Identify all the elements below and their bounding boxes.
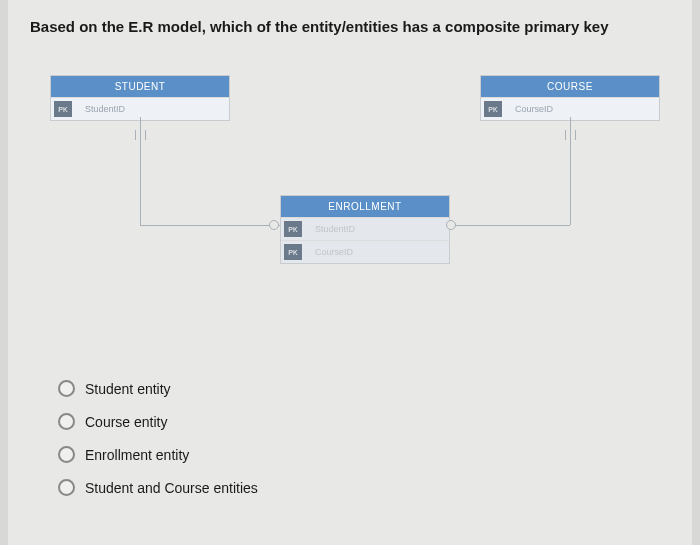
radio-icon (58, 479, 75, 496)
attr-name: StudentID (305, 224, 355, 234)
radio-icon (58, 380, 75, 397)
connector-line (570, 117, 571, 225)
connector-endpoint-icon (446, 220, 456, 230)
attr-name: StudentID (75, 104, 125, 114)
pk-badge: PK (54, 101, 72, 117)
entity-enrollment-row2: PK CourseID (281, 240, 449, 263)
answer-options: Student entity Course entity Enrollment … (58, 380, 258, 512)
entity-enrollment-header: ENROLLMENT (281, 196, 449, 217)
radio-icon (58, 446, 75, 463)
pk-badge: PK (284, 244, 302, 260)
connector-line (140, 225, 280, 226)
connector-line (450, 225, 570, 226)
cardinality-tick-icon (145, 130, 146, 140)
option-label: Enrollment entity (85, 447, 189, 463)
attr-name: CourseID (505, 104, 553, 114)
cardinality-tick-icon (565, 130, 566, 140)
option-enrollment-entity[interactable]: Enrollment entity (58, 446, 258, 463)
attr-name: CourseID (305, 247, 353, 257)
option-student-and-course[interactable]: Student and Course entities (58, 479, 258, 496)
entity-enrollment-row1: PK StudentID (281, 217, 449, 240)
entity-enrollment: ENROLLMENT PK StudentID PK CourseID (280, 195, 450, 264)
cardinality-tick-icon (575, 130, 576, 140)
question-text: Based on the E.R model, which of the ent… (30, 18, 670, 35)
connector-endpoint-icon (269, 220, 279, 230)
option-label: Student entity (85, 381, 171, 397)
entity-student-header: STUDENT (51, 76, 229, 97)
pk-badge: PK (284, 221, 302, 237)
connector-line (140, 117, 141, 225)
entity-course-header: COURSE (481, 76, 659, 97)
radio-icon (58, 413, 75, 430)
entity-student: STUDENT PK StudentID (50, 75, 230, 121)
entity-course: COURSE PK CourseID (480, 75, 660, 121)
page-container: Based on the E.R model, which of the ent… (8, 0, 692, 545)
er-diagram: STUDENT PK StudentID COURSE PK CourseID … (50, 75, 670, 335)
cardinality-tick-icon (135, 130, 136, 140)
pk-badge: PK (484, 101, 502, 117)
option-course-entity[interactable]: Course entity (58, 413, 258, 430)
option-label: Course entity (85, 414, 167, 430)
option-label: Student and Course entities (85, 480, 258, 496)
option-student-entity[interactable]: Student entity (58, 380, 258, 397)
